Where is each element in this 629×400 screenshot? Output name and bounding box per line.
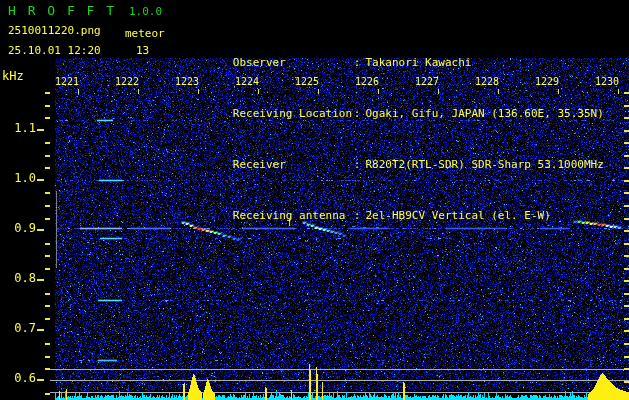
- time-tick-label: 1227: [414, 76, 440, 87]
- freq-tick-label: 0.8: [0, 271, 36, 285]
- info-label: Observer: [233, 56, 354, 69]
- app-title: H R O F F T: [8, 3, 116, 18]
- mode-label: meteor: [125, 27, 165, 40]
- info-label: Receiving antenna: [233, 209, 354, 222]
- time-tick-label: 1224: [234, 76, 260, 87]
- info-row: Receiving Location:Ogaki, Gifu, JAPAN (1…: [175, 92, 604, 105]
- info-value: Takanori Kawachi: [360, 56, 471, 69]
- info-value: R820T2(RTL-SDR) SDR-Sharp 53.1000MHz: [360, 158, 603, 171]
- time-tick-label: 1222: [114, 76, 140, 87]
- time-tick-label: 1223: [174, 76, 200, 87]
- info-row: Receiver:R820T2(RTL-SDR) SDR-Sharp 53.10…: [175, 143, 604, 156]
- info-row: Receiving antenna:2el-HB9CV Vertical (el…: [175, 194, 604, 207]
- app-version: 1.0.0: [129, 5, 162, 18]
- time-tick-label: 1229: [534, 76, 560, 87]
- info-label: Receiver: [233, 158, 354, 171]
- hrofft-spectrogram-window: H R O F F T 1.0.0 2510011220.png meteor …: [0, 0, 629, 400]
- time-tick-label: 1230: [594, 76, 620, 87]
- echo-count: 13: [136, 44, 149, 57]
- time-tick-label: 1225: [294, 76, 320, 87]
- freq-tick-label: 1.0: [0, 171, 36, 185]
- time-tick-label: 1221: [54, 76, 80, 87]
- info-value: 2el-HB9CV Vertical (el. E-W): [360, 209, 550, 222]
- freq-unit-label: kHz: [2, 69, 24, 83]
- time-tick-label: 1226: [354, 76, 380, 87]
- freq-tick-label: 0.7: [0, 321, 36, 335]
- freq-tick-label: 1.1: [0, 121, 36, 135]
- info-label: Receiving Location: [233, 107, 354, 120]
- freq-tick-label: 0.9: [0, 221, 36, 235]
- info-value: Ogaki, Gifu, JAPAN (136.60E, 35.35N): [360, 107, 603, 120]
- observer-info-block: Observer:Takanori Kawachi Receiving Loca…: [175, 3, 604, 245]
- info-row: Observer:Takanori Kawachi: [175, 41, 604, 54]
- datetime-label: 25.10.01 12:20: [8, 44, 101, 57]
- freq-tick-label: 0.6: [0, 371, 36, 385]
- time-tick-label: 1228: [474, 76, 500, 87]
- filename-label: 2510011220.png: [8, 24, 101, 37]
